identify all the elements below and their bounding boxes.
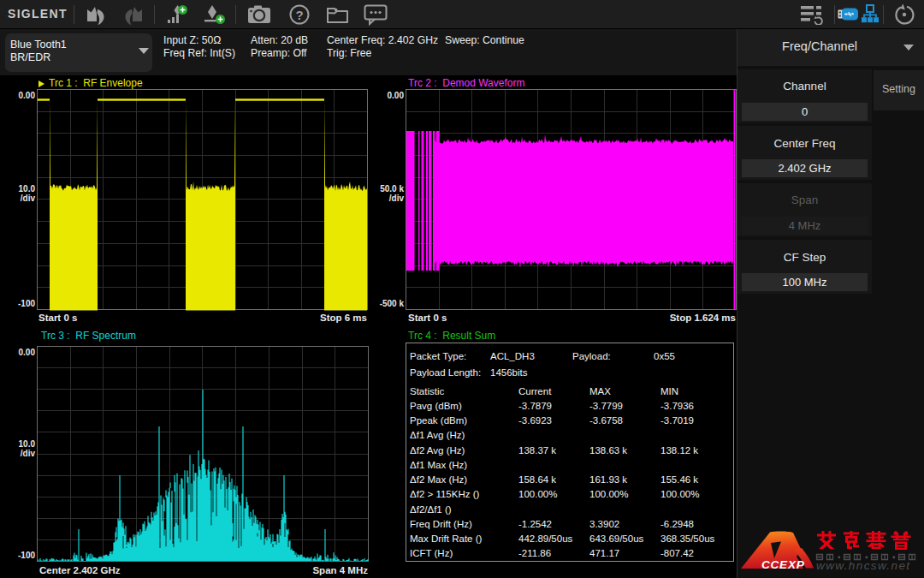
svg-text:CCEXP: CCEXP	[761, 558, 805, 571]
svg-text:www.hncsw.net: www.hncsw.net	[816, 559, 911, 572]
svg-text:?: ?	[295, 8, 303, 22]
